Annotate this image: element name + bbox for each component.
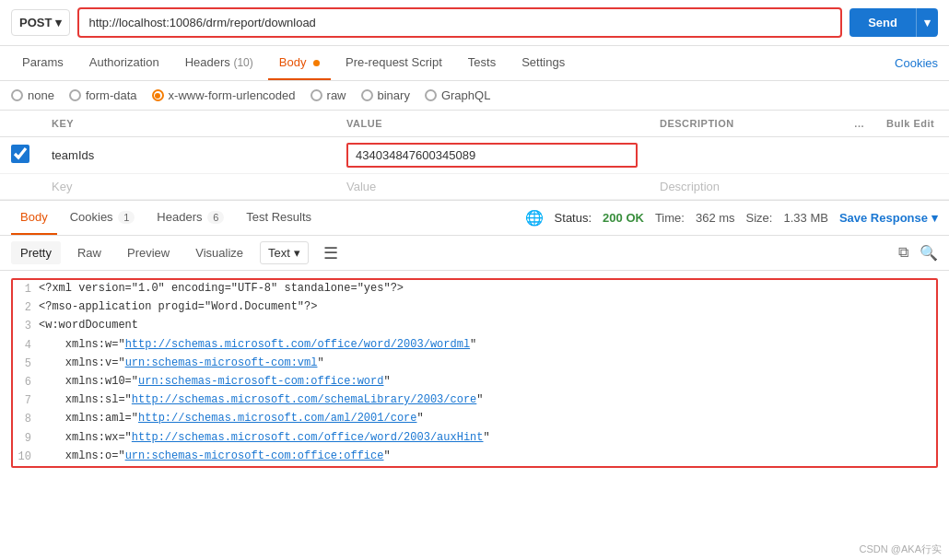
radio-circle-none: [11, 89, 23, 101]
watermark: CSDN @AKA行实: [860, 542, 942, 556]
response-tabs-row: Body Cookies 1 Headers 6 Test Results 🌐 …: [0, 201, 949, 236]
table-row: [0, 137, 949, 174]
body-type-row: none form-data x-www-form-urlencoded raw…: [0, 81, 949, 111]
radio-raw[interactable]: raw: [310, 88, 346, 102]
cookies-link[interactable]: Cookies: [895, 56, 938, 70]
code-line-2: 2 <?mso-application progid="Word.Documen…: [13, 298, 936, 317]
radio-circle-binary: [361, 89, 373, 101]
method-dropdown[interactable]: POST ▾: [11, 9, 70, 36]
response-status: 🌐 Status: 200 OK Time: 362 ms Size: 1.33…: [525, 209, 938, 227]
key-cell: [41, 137, 335, 174]
tab-tests[interactable]: Tests: [457, 46, 507, 80]
radio-none[interactable]: none: [11, 88, 54, 102]
code-line-9: 9 xmlns:wx="http://schemas.microsoft.com…: [13, 429, 936, 448]
radio-label-binary: binary: [378, 88, 410, 102]
radio-circle-graphql: [425, 89, 437, 101]
headers-badge: 6: [207, 211, 224, 224]
body-dot: [313, 60, 320, 66]
nav-tabs: Params Authorization Headers (10) Body P…: [0, 46, 949, 81]
tab-params[interactable]: Params: [11, 46, 75, 80]
url-bar: POST ▾ Send ▾: [0, 0, 949, 46]
bulk-edit-label[interactable]: Bulk Edit: [875, 111, 949, 137]
radio-urlencoded[interactable]: x-www-form-urlencoded: [152, 88, 296, 102]
format-tab-raw[interactable]: Raw: [68, 241, 111, 264]
response-tab-cookies[interactable]: Cookies 1: [61, 201, 145, 235]
code-line-3: 3 <w:wordDocument: [13, 317, 936, 335]
key-input[interactable]: [52, 148, 324, 162]
send-button[interactable]: Send ▾: [849, 8, 938, 37]
tab-pre-request[interactable]: Pre-request Script: [334, 46, 453, 80]
code-line-5: 5 xmlns:v="urn:schemas-microsoft-com:vml…: [13, 355, 936, 373]
send-label: Send: [849, 8, 916, 37]
code-line-1: 1 <?xml version="1.0" encoding="UTF-8" s…: [13, 280, 936, 298]
cookies-badge: 1: [118, 211, 135, 224]
response-tab-test-results[interactable]: Test Results: [237, 201, 321, 235]
format-chevron-icon: ▾: [294, 246, 300, 260]
format-type-dropdown[interactable]: Text ▾: [260, 241, 309, 264]
format-tab-icons: ⧉ 🔍: [898, 244, 938, 262]
globe-icon: 🌐: [525, 209, 544, 227]
code-line-6: 6 xmlns:w10="urn:schemas-microsoft-com:o…: [13, 373, 936, 391]
url-input[interactable]: [77, 7, 842, 38]
response-tab-body[interactable]: Body: [11, 201, 57, 235]
save-response-button[interactable]: Save Response ▾: [839, 211, 938, 225]
new-row: Key Value Description: [0, 174, 949, 200]
params-table: KEY VALUE DESCRIPTION ... Bulk Edit: [0, 111, 949, 200]
format-tab-visualize[interactable]: Visualize: [186, 241, 252, 264]
radio-label-raw: raw: [327, 88, 346, 102]
time-label: Time:: [655, 211, 685, 225]
col-more: ...: [843, 111, 875, 137]
desc-placeholder: Description: [660, 180, 720, 193]
bottom-section: Body Cookies 1 Headers 6 Test Results 🌐 …: [0, 200, 949, 468]
send-chevron-icon: ▾: [916, 8, 938, 37]
col-desc: DESCRIPTION: [649, 111, 843, 137]
radio-label-none: none: [28, 88, 54, 102]
time-value: 362 ms: [696, 211, 735, 225]
radio-binary[interactable]: binary: [361, 88, 410, 102]
format-tabs-row: Pretty Raw Preview Visualize Text ▾ ☰ ⧉ …: [0, 236, 949, 271]
tab-headers[interactable]: Headers (10): [174, 46, 264, 80]
radio-graphql[interactable]: GraphQL: [425, 88, 490, 102]
status-label: Status:: [555, 211, 592, 225]
radio-circle-urlencoded: [152, 89, 164, 101]
copy-icon[interactable]: ⧉: [898, 244, 908, 262]
radio-label-graphql: GraphQL: [441, 88, 490, 102]
radio-label-urlencoded: x-www-form-urlencoded: [169, 88, 296, 102]
filter-icon[interactable]: ☰: [323, 243, 338, 263]
code-line-7: 7 xmlns:sl="http://schemas.microsoft.com…: [13, 391, 936, 410]
size-label: Size:: [746, 211, 773, 225]
code-line-8: 8 xmlns:aml="http://schemas.microsoft.co…: [13, 410, 936, 428]
response-tab-headers[interactable]: Headers 6: [147, 201, 233, 235]
value-placeholder: Value: [346, 180, 376, 193]
radio-label-form-data: form-data: [86, 88, 137, 102]
value-cell: [335, 137, 649, 174]
method-label: POST: [19, 16, 52, 29]
code-area: 1 <?xml version="1.0" encoding="UTF-8" s…: [11, 278, 938, 468]
key-placeholder: Key: [52, 180, 72, 193]
tab-settings[interactable]: Settings: [510, 46, 576, 80]
format-tab-preview[interactable]: Preview: [118, 241, 179, 264]
radio-form-data[interactable]: form-data: [69, 88, 137, 102]
tab-authorization[interactable]: Authorization: [78, 46, 170, 80]
value-input[interactable]: [356, 148, 628, 162]
method-chevron-icon: ▾: [55, 16, 62, 29]
code-line-10: 10 xmlns:o="urn:schemas-microsoft-com:of…: [13, 448, 936, 466]
status-value: 200 OK: [603, 211, 644, 225]
radio-circle-raw: [310, 89, 322, 101]
col-key: KEY: [41, 111, 335, 137]
desc-cell: [649, 137, 843, 174]
row-checkbox[interactable]: [11, 145, 29, 163]
code-line-4: 4 xmlns:w="http://schemas.microsoft.com/…: [13, 336, 936, 355]
format-tab-pretty[interactable]: Pretty: [11, 241, 61, 264]
col-value: VALUE: [335, 111, 649, 137]
radio-circle-form-data: [69, 89, 81, 101]
search-icon[interactable]: 🔍: [920, 244, 938, 262]
tab-body[interactable]: Body: [268, 46, 331, 80]
size-value: 1.33 MB: [783, 211, 827, 225]
